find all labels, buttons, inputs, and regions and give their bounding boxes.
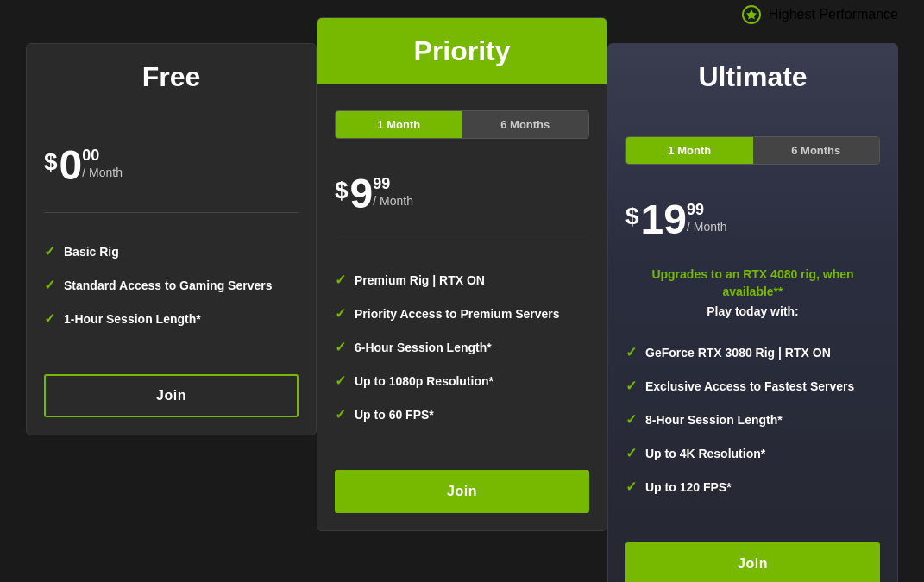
ultimate-feature-4: ✓ Up to 4K Resolution* <box>625 436 880 470</box>
free-feature-2: ✓ Standard Access to Gaming Servers <box>44 268 299 302</box>
priority-1month-option[interactable]: 1 Month <box>336 111 462 138</box>
play-today-text: Play today with: <box>625 304 880 318</box>
ultimate-currency: $ <box>625 203 639 230</box>
free-card: Free $ 0 00 / Month ✓ Basic Rig <box>26 43 317 435</box>
priority-join-button[interactable]: Join <box>335 470 589 513</box>
priority-cents: 99 <box>373 175 413 194</box>
priority-feature-2: ✓ Priority Access to Premium Servers <box>335 297 589 330</box>
checkmark-icon-1: ✓ <box>44 243 55 260</box>
checkmark-icon-p2: ✓ <box>335 305 346 322</box>
ultimate-card-body: 1 Month 6 Months $ 19 99 / Month Upgrade… <box>608 110 897 529</box>
highest-performance-text: Highest Performance <box>769 7 898 22</box>
ultimate-card-header: Ultimate <box>608 44 897 110</box>
ultimate-period: / Month <box>687 220 727 234</box>
pricing-page: Highest Performance Free $ 0 00 / Month <box>0 0 924 582</box>
free-feature-text-2: Standard Access to Gaming Servers <box>64 278 272 292</box>
checkmark-icon-p4: ✓ <box>335 372 346 389</box>
priority-feature-5: ✓ Up to 60 FPS* <box>335 397 589 431</box>
free-card-header: Free <box>27 44 316 110</box>
performance-icon <box>741 4 762 25</box>
priority-period: / Month <box>373 194 413 208</box>
priority-feature-text-1: Premium Rig | RTX ON <box>355 273 485 287</box>
ultimate-feature-text-2: Exclusive Access to Fastest Servers <box>645 379 854 393</box>
ultimate-join-area: Join <box>608 529 897 582</box>
ultimate-feature-5: ✓ Up to 120 FPS* <box>625 470 880 504</box>
priority-6months-option[interactable]: 6 Months <box>462 111 589 138</box>
priority-feature-4: ✓ Up to 1080p Resolution* <box>335 364 589 397</box>
priority-join-area: Join <box>317 457 607 530</box>
ultimate-price-display: $ 19 99 / Month <box>625 199 880 241</box>
free-features-list: ✓ Basic Rig ✓ Standard Access to Gaming … <box>44 226 299 344</box>
priority-price-section: $ 9 99 / Month <box>335 156 589 228</box>
checkmark-icon-u1: ✓ <box>625 344 637 360</box>
ultimate-card-title: Ultimate <box>698 61 807 92</box>
free-join-area: Join <box>27 361 316 435</box>
free-price-section: $ 0 00 / Month <box>44 128 299 199</box>
priority-feature-text-4: Up to 1080p Resolution* <box>355 374 493 388</box>
free-feature-text-3: 1-Hour Session Length* <box>64 312 201 326</box>
checkmark-icon-u3: ✓ <box>625 411 637 428</box>
priority-billing-toggle[interactable]: 1 Month 6 Months <box>335 110 589 139</box>
ultimate-dollars: 19 <box>641 199 687 241</box>
highest-performance-badge: Highest Performance <box>741 0 898 29</box>
ultimate-feature-text-5: Up to 120 FPS* <box>645 480 732 494</box>
free-divider <box>44 212 299 213</box>
priority-cents-period: 99 / Month <box>373 175 413 208</box>
checkmark-icon-p1: ✓ <box>335 272 346 288</box>
priority-feature-text-2: Priority Access to Premium Servers <box>355 307 560 321</box>
priority-card: Priority 1 Month 6 Months $ 9 99 / Month <box>317 17 607 531</box>
free-cents: 00 <box>82 147 123 166</box>
free-price-display: $ 0 00 / Month <box>44 145 299 186</box>
ultimate-feature-text-1: GeForce RTX 3080 Rig | RTX ON <box>645 346 831 360</box>
ultimate-feature-text-4: Up to 4K Resolution* <box>645 447 765 460</box>
free-card-body: $ 0 00 / Month ✓ Basic Rig ✓ Standard Ac… <box>27 110 316 361</box>
ultimate-price-section: $ 19 99 / Month <box>625 182 880 253</box>
priority-dollars: 9 <box>350 173 374 215</box>
free-dollars: 0 <box>60 145 83 186</box>
checkmark-icon-u2: ✓ <box>625 378 637 394</box>
upgrade-note: Upgrades to an RTX 4080 rig, when availa… <box>625 266 880 300</box>
free-currency: $ <box>44 148 58 176</box>
checkmark-icon-p3: ✓ <box>335 339 346 355</box>
ultimate-6months-option[interactable]: 6 Months <box>753 137 880 164</box>
priority-card-body: 1 Month 6 Months $ 9 99 / Month ✓ Premiu… <box>317 84 607 457</box>
checkmark-icon-u4: ✓ <box>625 445 637 461</box>
ultimate-features-list: ✓ GeForce RTX 3080 Rig | RTX ON ✓ Exclus… <box>625 327 880 512</box>
free-join-button[interactable]: Join <box>44 374 299 417</box>
ultimate-feature-text-3: 8-Hour Session Length* <box>645 413 783 427</box>
ultimate-billing-toggle[interactable]: 1 Month 6 Months <box>625 136 880 165</box>
checkmark-icon-p5: ✓ <box>335 406 346 422</box>
ultimate-1month-option[interactable]: 1 Month <box>626 137 753 164</box>
priority-feature-text-5: Up to 60 FPS* <box>355 408 434 422</box>
priority-price-display: $ 9 99 / Month <box>335 173 589 215</box>
free-card-title: Free <box>142 61 201 92</box>
free-feature-3: ✓ 1-Hour Session Length* <box>44 302 299 335</box>
priority-card-header: Priority <box>317 18 607 84</box>
priority-feature-3: ✓ 6-Hour Session Length* <box>335 330 589 364</box>
free-feature-1: ✓ Basic Rig <box>44 235 299 268</box>
priority-currency: $ <box>335 177 349 204</box>
checkmark-icon-3: ✓ <box>44 310 55 327</box>
ultimate-cents: 99 <box>687 201 727 220</box>
ultimate-join-button[interactable]: Join <box>625 542 880 582</box>
ultimate-feature-1: ✓ GeForce RTX 3080 Rig | RTX ON <box>625 335 880 369</box>
checkmark-icon-u5: ✓ <box>625 479 637 495</box>
priority-features-list: ✓ Premium Rig | RTX ON ✓ Priority Access… <box>335 254 589 440</box>
checkmark-icon-2: ✓ <box>44 277 55 293</box>
ultimate-feature-2: ✓ Exclusive Access to Fastest Servers <box>625 369 880 403</box>
free-cents-period: 00 / Month <box>82 147 123 179</box>
priority-card-title: Priority <box>413 35 510 66</box>
priority-feature-1: ✓ Premium Rig | RTX ON <box>335 263 589 297</box>
free-period: / Month <box>82 166 123 179</box>
priority-divider <box>335 241 589 241</box>
priority-feature-text-3: 6-Hour Session Length* <box>355 341 492 354</box>
ultimate-feature-3: ✓ 8-Hour Session Length* <box>625 403 880 436</box>
ultimate-card: Ultimate 1 Month 6 Months $ 19 99 / Mont… <box>607 43 898 582</box>
free-feature-text-1: Basic Rig <box>64 245 119 259</box>
ultimate-cents-period: 99 / Month <box>687 201 727 234</box>
